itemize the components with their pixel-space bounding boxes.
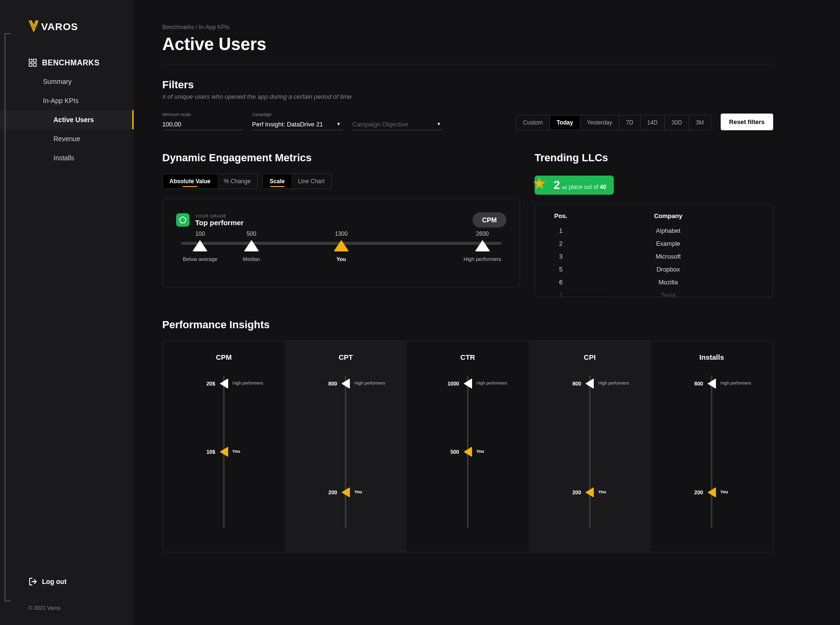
star-icon: ★ — [532, 174, 546, 193]
nav-item-installs[interactable]: Installs — [0, 148, 134, 167]
row-company: Example — [575, 240, 761, 247]
table-row[interactable]: 6Mozilla — [546, 276, 761, 289]
insights-col-title: CPM — [168, 353, 280, 361]
campaign-field: Campaign Perf Insight: DataDrive 21 — [252, 112, 343, 130]
scale-label: Below average — [181, 256, 219, 262]
table-head-company: Company — [575, 212, 761, 219]
triangle-icon — [586, 487, 594, 498]
insights-grid: CPM 20$ High performers 10$ You CPT 800 … — [162, 341, 773, 552]
toggle-percent-change[interactable]: % Change — [217, 174, 257, 188]
table-row[interactable]: 2Example — [546, 237, 761, 250]
marker-value: 800 — [572, 381, 581, 386]
marker-label: You — [476, 449, 484, 454]
nav-title-text: BENCHMARKS — [42, 59, 100, 67]
date-range-segmented: Custom Today Yesterday 7D 14D 30D 3M — [516, 115, 711, 130]
svg-rect-2 — [33, 59, 36, 62]
nav-item-inapp-kpis[interactable]: In-App KPIs — [0, 91, 134, 110]
nav-item-summary[interactable]: Summary — [0, 72, 134, 91]
marker-you: 200 You — [655, 487, 768, 498]
range-30d[interactable]: 30D — [665, 115, 689, 130]
row-pos: 2 — [546, 240, 575, 247]
table-row[interactable]: 1Alphabet — [546, 224, 761, 237]
marker-value: 200 — [328, 490, 337, 495]
marker-label: You — [354, 490, 362, 495]
engagement-card: YOUR GRADE Top performer CPM 100Below av… — [162, 198, 520, 287]
triangle-icon — [475, 240, 490, 251]
breadcrumb: Benchmarks / In-App KPIs — [162, 24, 773, 31]
objective-field: Campaign Objective — [352, 112, 443, 130]
grade-label: YOUR GRADE — [195, 214, 243, 219]
insights-column: CTR 1000 High performers 500 You — [407, 341, 529, 552]
trending-section: Trending LLCs ★ 2nd place out of 40 Pos.… — [535, 152, 773, 297]
nav: BENCHMARKS Summary In-App KPIs Active Us… — [0, 54, 134, 573]
triangle-icon — [586, 378, 594, 389]
scale-point: 2600 — [475, 230, 490, 251]
sidebar: VAROS BENCHMARKS Summary In-App KPIs Act… — [0, 0, 134, 625]
range-7d[interactable]: 7D — [620, 115, 640, 130]
nav-item-revenue[interactable]: Revenue — [0, 129, 134, 148]
triangle-icon — [192, 240, 208, 251]
marker-value: 800 — [328, 381, 337, 386]
trending-badge: ★ 2nd place out of 40 — [535, 176, 614, 195]
marker-value: 1000 — [448, 381, 459, 386]
nav-item-active-users[interactable]: Active Users — [0, 110, 134, 129]
marker-high: 800 High performers — [655, 378, 768, 389]
marker-value: 200 — [572, 490, 581, 495]
scale-label: You — [322, 256, 360, 262]
row-pos: 5 — [546, 266, 575, 273]
scale-value: 500 — [244, 230, 259, 237]
objective-select[interactable]: Campaign Objective — [352, 119, 443, 130]
campaign-select[interactable]: Perf Insight: DataDrive 21 — [252, 119, 343, 130]
range-custom[interactable]: Custom — [516, 115, 550, 130]
row-company: Microsoft — [575, 253, 761, 260]
row-company: Dropbox — [575, 266, 761, 273]
range-yesterday[interactable]: Yesterday — [580, 115, 620, 130]
vertical-scale: 800 High performers 200 You — [534, 371, 646, 533]
marker-label: High performers — [720, 381, 751, 386]
nav-section-title[interactable]: BENCHMARKS — [0, 54, 134, 72]
copyright: © 2021 Varos — [0, 591, 134, 611]
marker-high: 800 High performers — [290, 378, 402, 389]
toggle-scale[interactable]: Scale — [263, 174, 291, 188]
table-row[interactable]: 3Microsoft — [546, 250, 761, 263]
triangle-icon — [707, 378, 716, 389]
trending-table: Pos. Company 1Alphabet2Example3Microsoft… — [535, 204, 773, 297]
svg-text:VAROS: VAROS — [41, 21, 78, 32]
logout-button[interactable]: Log out — [0, 573, 134, 591]
marker-high: 800 High performers — [534, 378, 646, 389]
table-row[interactable]: 7Tesla — [546, 289, 761, 297]
range-14d[interactable]: 14D — [640, 115, 665, 130]
range-today[interactable]: Today — [550, 115, 580, 130]
marker-label: High performers — [354, 381, 385, 386]
toggle-line-chart[interactable]: Line Chart — [291, 174, 331, 188]
toggle-absolute-value[interactable]: Absolute Value — [163, 174, 217, 188]
rank-text: place out of 40 — [568, 184, 606, 190]
insights-column: CPM 20$ High performers 10$ You — [163, 341, 285, 552]
marker-label: You — [232, 449, 240, 454]
engagement-section: Dynamic Engagement Metrics Absolute Valu… — [162, 152, 520, 297]
logout-label: Log out — [42, 578, 66, 585]
benchmarks-icon — [29, 59, 37, 67]
row-pos: 6 — [546, 279, 575, 286]
vertical-scale: 1000 High performers 500 You — [411, 371, 524, 533]
insights-column: Installs 800 High performers 200 You — [651, 341, 773, 552]
vertical-scale: 20$ High performers 10$ You — [168, 371, 280, 533]
insights-col-title: CTR — [411, 353, 524, 361]
triangle-icon — [334, 240, 349, 251]
min-scale-label: Minimum scale — [162, 112, 242, 117]
objective-label — [352, 112, 443, 117]
row-company: Mozilla — [575, 279, 761, 286]
reset-filters-button[interactable]: Reset filters — [721, 114, 773, 130]
triangle-icon — [463, 378, 472, 389]
insights-title: Performance Insights — [162, 319, 773, 331]
table-row[interactable]: 5Dropbox — [546, 263, 761, 276]
trending-title: Trending LLCs — [535, 152, 773, 164]
triangle-icon — [463, 447, 472, 457]
scale-point: 500 — [244, 230, 259, 251]
min-scale-input[interactable] — [162, 119, 242, 130]
grade-icon — [176, 213, 189, 227]
cpm-pill: CPM — [472, 212, 506, 228]
marker-you: 500 You — [411, 447, 524, 457]
marker-you: 200 You — [534, 487, 646, 498]
range-3m[interactable]: 3M — [689, 115, 711, 130]
